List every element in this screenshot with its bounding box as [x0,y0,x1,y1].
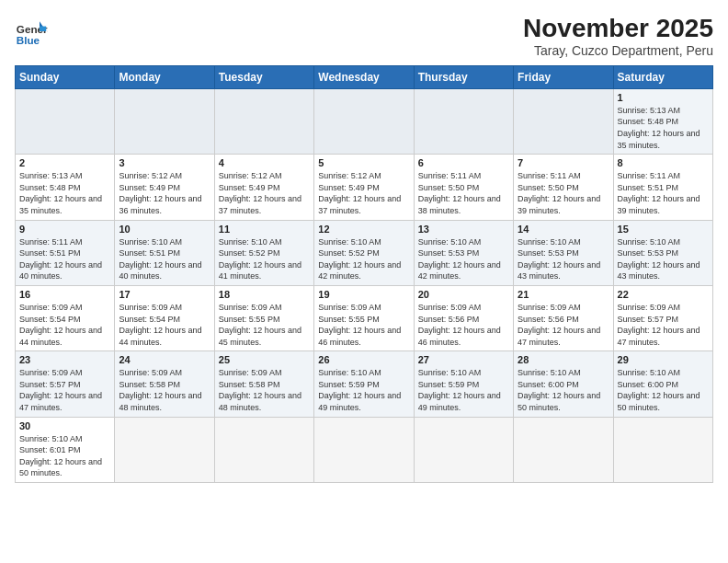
calendar-day-cell: 1Sunrise: 5:13 AM Sunset: 5:48 PM Daylig… [613,88,712,154]
day-info: Sunrise: 5:09 AM Sunset: 5:56 PM Dayligh… [518,302,609,348]
calendar-day-cell: 5Sunrise: 5:12 AM Sunset: 5:49 PM Daylig… [314,155,414,220]
calendar-day-cell: 14Sunrise: 5:10 AM Sunset: 5:53 PM Dayli… [514,220,613,285]
calendar-day-cell: 27Sunrise: 5:10 AM Sunset: 5:59 PM Dayli… [414,351,513,417]
header: General Blue November 2025 Taray, Cuzco … [15,15,713,58]
calendar-day-cell: 23Sunrise: 5:09 AM Sunset: 5:57 PM Dayli… [16,351,115,417]
calendar-week-row: 16Sunrise: 5:09 AM Sunset: 5:54 PM Dayli… [16,285,713,350]
day-info: Sunrise: 5:12 AM Sunset: 5:49 PM Dayligh… [219,170,310,216]
day-info: Sunrise: 5:10 AM Sunset: 5:59 PM Dayligh… [318,367,409,413]
calendar-day-cell: 19Sunrise: 5:09 AM Sunset: 5:55 PM Dayli… [314,285,414,350]
day-number: 11 [219,224,310,235]
calendar-day-cell [613,417,712,482]
calendar-week-row: 9Sunrise: 5:11 AM Sunset: 5:51 PM Daylig… [16,220,713,285]
calendar-day-cell [314,417,414,482]
day-number: 19 [318,289,409,300]
month-title: November 2025 [523,15,713,43]
day-number: 18 [219,289,310,300]
day-info: Sunrise: 5:09 AM Sunset: 5:55 PM Dayligh… [318,302,409,348]
day-number: 23 [19,354,110,365]
calendar-day-cell: 21Sunrise: 5:09 AM Sunset: 5:56 PM Dayli… [514,285,613,350]
day-info: Sunrise: 5:11 AM Sunset: 5:51 PM Dayligh… [618,170,709,216]
calendar-day-cell: 11Sunrise: 5:10 AM Sunset: 5:52 PM Dayli… [214,220,313,285]
day-number: 8 [618,157,709,168]
calendar-day-cell: 6Sunrise: 5:11 AM Sunset: 5:50 PM Daylig… [414,155,513,220]
day-number: 30 [19,420,110,431]
day-number: 1 [618,92,709,103]
calendar-day-cell: 26Sunrise: 5:10 AM Sunset: 5:59 PM Dayli… [314,351,414,417]
day-info: Sunrise: 5:10 AM Sunset: 5:52 PM Dayligh… [219,236,310,282]
calendar-day-cell [314,88,414,154]
calendar-day-cell: 17Sunrise: 5:09 AM Sunset: 5:54 PM Dayli… [115,285,214,350]
day-info: Sunrise: 5:09 AM Sunset: 5:54 PM Dayligh… [19,302,110,348]
calendar-day-cell: 7Sunrise: 5:11 AM Sunset: 5:50 PM Daylig… [514,155,613,220]
calendar-day-cell: 2Sunrise: 5:13 AM Sunset: 5:48 PM Daylig… [16,155,115,220]
day-number: 24 [119,354,210,365]
day-info: Sunrise: 5:12 AM Sunset: 5:49 PM Dayligh… [119,170,210,216]
calendar-week-row: 1Sunrise: 5:13 AM Sunset: 5:48 PM Daylig… [16,88,713,154]
day-number: 25 [219,354,310,365]
day-of-week-header: Monday [115,65,214,88]
calendar-day-cell: 28Sunrise: 5:10 AM Sunset: 6:00 PM Dayli… [514,351,613,417]
day-number: 16 [19,289,110,300]
calendar-day-cell [414,417,513,482]
day-info: Sunrise: 5:09 AM Sunset: 5:58 PM Dayligh… [219,367,310,413]
day-number: 2 [19,157,110,168]
day-of-week-header: Saturday [613,65,712,88]
calendar-week-row: 2Sunrise: 5:13 AM Sunset: 5:48 PM Daylig… [16,155,713,220]
day-info: Sunrise: 5:10 AM Sunset: 5:51 PM Dayligh… [119,236,210,282]
calendar-day-cell: 16Sunrise: 5:09 AM Sunset: 5:54 PM Dayli… [16,285,115,350]
subtitle: Taray, Cuzco Department, Peru [523,43,713,58]
logo: General Blue [15,15,48,48]
day-info: Sunrise: 5:11 AM Sunset: 5:50 PM Dayligh… [518,170,609,216]
day-info: Sunrise: 5:10 AM Sunset: 5:52 PM Dayligh… [318,236,409,282]
calendar-day-cell: 12Sunrise: 5:10 AM Sunset: 5:52 PM Dayli… [314,220,414,285]
day-info: Sunrise: 5:09 AM Sunset: 5:56 PM Dayligh… [418,302,509,348]
day-info: Sunrise: 5:10 AM Sunset: 6:01 PM Dayligh… [19,433,110,479]
calendar-table: SundayMondayTuesdayWednesdayThursdayFrid… [15,65,713,483]
calendar-header-row: SundayMondayTuesdayWednesdayThursdayFrid… [16,65,713,88]
svg-marker-3 [40,27,46,31]
day-number: 21 [518,289,609,300]
calendar-day-cell: 29Sunrise: 5:10 AM Sunset: 6:00 PM Dayli… [613,351,712,417]
calendar-day-cell: 22Sunrise: 5:09 AM Sunset: 5:57 PM Dayli… [613,285,712,350]
calendar-day-cell [414,88,513,154]
calendar-day-cell: 8Sunrise: 5:11 AM Sunset: 5:51 PM Daylig… [613,155,712,220]
day-number: 6 [418,157,509,168]
calendar-day-cell [16,88,115,154]
day-number: 20 [418,289,509,300]
calendar-day-cell: 10Sunrise: 5:10 AM Sunset: 5:51 PM Dayli… [115,220,214,285]
day-number: 28 [518,354,609,365]
day-info: Sunrise: 5:09 AM Sunset: 5:57 PM Dayligh… [19,367,110,413]
day-of-week-header: Thursday [414,65,513,88]
calendar-day-cell: 18Sunrise: 5:09 AM Sunset: 5:55 PM Dayli… [214,285,313,350]
day-number: 3 [119,157,210,168]
day-number: 4 [219,157,310,168]
day-info: Sunrise: 5:13 AM Sunset: 5:48 PM Dayligh… [618,105,709,151]
calendar-day-cell [514,88,613,154]
day-of-week-header: Tuesday [214,65,313,88]
page: General Blue November 2025 Taray, Cuzco … [0,0,728,492]
day-of-week-header: Friday [514,65,613,88]
day-info: Sunrise: 5:10 AM Sunset: 5:53 PM Dayligh… [618,236,709,282]
day-info: Sunrise: 5:09 AM Sunset: 5:58 PM Dayligh… [119,367,210,413]
day-number: 22 [618,289,709,300]
day-number: 15 [618,224,709,235]
day-info: Sunrise: 5:10 AM Sunset: 5:53 PM Dayligh… [518,236,609,282]
day-info: Sunrise: 5:10 AM Sunset: 5:53 PM Dayligh… [418,236,509,282]
calendar-day-cell: 25Sunrise: 5:09 AM Sunset: 5:58 PM Dayli… [214,351,313,417]
day-number: 17 [119,289,210,300]
calendar-day-cell: 20Sunrise: 5:09 AM Sunset: 5:56 PM Dayli… [414,285,513,350]
calendar-day-cell [214,88,313,154]
day-number: 13 [418,224,509,235]
day-info: Sunrise: 5:10 AM Sunset: 6:00 PM Dayligh… [618,367,709,413]
day-info: Sunrise: 5:11 AM Sunset: 5:51 PM Dayligh… [19,236,110,282]
calendar-day-cell [115,417,214,482]
calendar-day-cell: 3Sunrise: 5:12 AM Sunset: 5:49 PM Daylig… [115,155,214,220]
day-info: Sunrise: 5:10 AM Sunset: 6:00 PM Dayligh… [518,367,609,413]
day-number: 7 [518,157,609,168]
day-number: 26 [318,354,409,365]
day-info: Sunrise: 5:12 AM Sunset: 5:49 PM Dayligh… [318,170,409,216]
day-number: 5 [318,157,409,168]
day-number: 10 [119,224,210,235]
day-info: Sunrise: 5:10 AM Sunset: 5:59 PM Dayligh… [418,367,509,413]
